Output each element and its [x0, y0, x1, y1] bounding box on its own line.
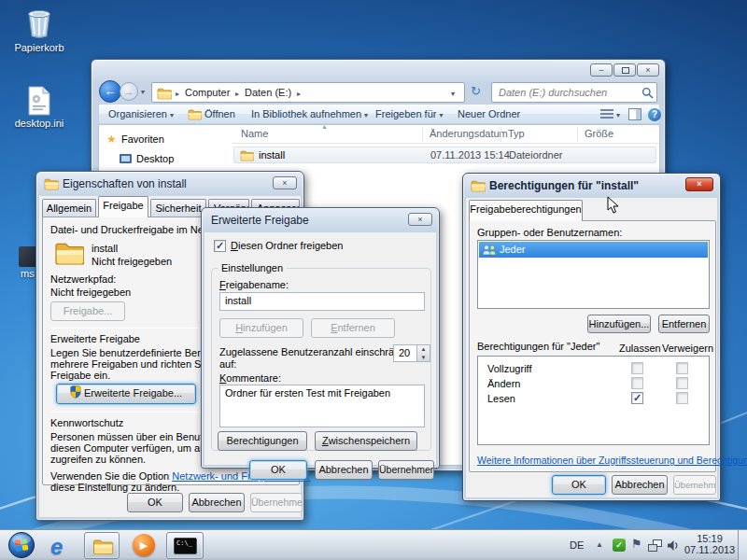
close-button[interactable]: × [408, 213, 432, 226]
column-header-date[interactable]: Änderungsdatum [430, 128, 508, 139]
views-dropdown-icon[interactable]: ▾ [616, 111, 620, 119]
language-indicator[interactable]: DE [570, 539, 584, 551]
cmd-taskbar-button[interactable]: C:\_ [166, 532, 204, 559]
user-limit-spinner[interactable]: 20 [393, 344, 417, 362]
sidebar-item-favorites[interactable]: Favoriten [121, 133, 164, 145]
permissions-titlebar[interactable]: Berechtigungen für "install" × [463, 174, 720, 198]
tab-freigabeberechtigungen[interactable]: Freigabeberechtigungen [469, 200, 583, 221]
file-name[interactable]: install [259, 149, 285, 161]
network-icon[interactable] [648, 539, 662, 551]
action-center-flag-icon[interactable]: ⚑ [631, 537, 642, 551]
maximize-button[interactable] [613, 63, 636, 77]
aendern-allow-checkbox[interactable] [631, 377, 643, 389]
tab-freigabe[interactable]: Freigabe [98, 196, 148, 217]
column-header-type[interactable]: Typ [508, 128, 525, 139]
media-player-icon[interactable]: ▶ [133, 534, 155, 556]
open-button[interactable]: Öffnen [204, 108, 235, 119]
partial-desktop-icon[interactable] [19, 246, 37, 267]
list-item-jeder[interactable]: Jeder [479, 242, 708, 258]
views-icon[interactable] [600, 109, 613, 120]
tab-allgemein[interactable]: Allgemein [42, 199, 96, 217]
caching-button[interactable]: Zwischenspeichern [315, 431, 417, 451]
access-control-help-link[interactable]: Weitere Informationen über Zugriffssteue… [477, 455, 747, 466]
cancel-button[interactable]: Abbrechen [315, 460, 373, 480]
search-box[interactable]: Daten (E:) durchsuchen [491, 82, 657, 103]
recycle-bin-label[interactable]: Papierkorb [7, 42, 71, 53]
new-folder-button[interactable]: Neuer Ordner [458, 108, 520, 119]
permissions-button[interactable]: Berechtigungen [218, 431, 307, 451]
share-button[interactable]: Freigabe... [50, 301, 125, 321]
security-status-icon[interactable]: ✓ [613, 539, 626, 552]
column-divider[interactable] [500, 127, 501, 142]
internet-explorer-icon[interactable]: e [50, 534, 75, 558]
spinner-buttons[interactable]: ▲▼ [417, 344, 430, 362]
share-this-folder-checkbox[interactable] [214, 240, 226, 252]
start-button[interactable] [7, 531, 35, 559]
breadcrumb-drive[interactable]: Daten (E:) [245, 87, 291, 98]
sidebar-item-desktop[interactable]: Desktop [136, 153, 174, 164]
column-header-size[interactable]: Größe [585, 128, 613, 139]
speaker-icon[interactable] [667, 539, 680, 551]
recycle-bin-icon[interactable] [22, 5, 56, 40]
vollzugriff-deny-checkbox[interactable] [676, 362, 688, 374]
preview-pane-icon[interactable] [628, 108, 641, 120]
remove-share-button[interactable]: Entfernen [311, 318, 395, 338]
address-dropdown-icon[interactable]: ▾ [451, 90, 455, 98]
remove-user-button[interactable]: Entfernen [658, 315, 710, 333]
lesen-allow-checkbox[interactable] [631, 392, 643, 404]
lesen-deny-checkbox[interactable] [676, 392, 688, 404]
add-user-button[interactable]: Hinzufügen... [587, 315, 651, 333]
column-divider[interactable] [422, 127, 423, 142]
column-divider[interactable] [577, 127, 578, 142]
cancel-button[interactable]: Abbrechen [612, 475, 668, 495]
ok-button[interactable]: OK [249, 460, 307, 480]
advanced-sharing-heading: Erweiterte Freigabe [50, 333, 140, 344]
close-button[interactable]: × [273, 176, 297, 189]
spinner-down-icon[interactable]: ▼ [421, 355, 427, 360]
tab-sicherheit[interactable]: Sicherheit [150, 199, 206, 217]
refresh-icon[interactable]: ↻ [471, 84, 481, 98]
close-icon: × [697, 179, 701, 189]
ok-button[interactable]: OK [127, 493, 183, 512]
breadcrumb-computer[interactable]: Computer [185, 87, 230, 98]
column-header-name[interactable]: Name [241, 128, 268, 139]
add-share-button[interactable]: Hinzufügen [219, 318, 303, 338]
forward-button[interactable]: → [120, 82, 138, 101]
desktop-ini-label[interactable]: desktop.ini [7, 118, 71, 129]
share-button[interactable]: Freigeben für ▾ [375, 108, 444, 119]
properties-titlebar[interactable]: Eigenschaften von install × [36, 172, 303, 196]
explorer-taskbar-button[interactable] [84, 532, 120, 559]
show-hidden-icons-button[interactable]: ▲ [596, 540, 603, 549]
desktop-monitor-icon [120, 154, 132, 163]
group-user-listbox[interactable]: Jeder [477, 240, 710, 309]
close-button[interactable]: × [685, 177, 713, 191]
explorer-titlebar[interactable]: – × [92, 60, 665, 84]
clock[interactable]: 15:19 07.11.2013 [684, 533, 735, 555]
comments-textarea[interactable]: Ordner für ersten Test mit Freigaben [219, 385, 425, 427]
aendern-deny-checkbox[interactable] [676, 377, 688, 389]
advanced-sharing-titlebar[interactable]: Erweiterte Freigabe × [202, 208, 439, 232]
library-button[interactable]: In Bibliothek aufnehmen ▾ [251, 108, 368, 119]
vollzugriff-allow-checkbox[interactable] [631, 362, 643, 374]
share-name-input[interactable]: install [219, 292, 425, 311]
spinner-up-icon[interactable]: ▲ [421, 346, 427, 352]
search-icon[interactable] [641, 87, 654, 99]
apply-button[interactable]: Übernehmen [250, 493, 303, 512]
apply-button[interactable]: Übernehmen [673, 475, 716, 495]
cancel-button[interactable]: Abbrechen [189, 493, 245, 512]
minimize-button[interactable]: – [590, 63, 613, 77]
show-desktop-button[interactable] [738, 530, 747, 560]
apply-button[interactable]: Übernehmen [378, 460, 434, 480]
folder-icon [471, 179, 486, 192]
share-this-folder-label[interactable]: Diesen Ordner freigeben [231, 240, 343, 251]
file-row-install[interactable]: install 07.11.2013 15:14 Dateiordner [233, 147, 656, 163]
recent-pages-icon[interactable]: ▾ [141, 88, 145, 96]
back-button[interactable]: ← [99, 80, 121, 103]
help-icon[interactable]: ? [648, 108, 661, 121]
advanced-sharing-button[interactable]: Erweiterte Freigabe... [56, 384, 196, 404]
close-button[interactable]: × [637, 63, 659, 77]
desktop-ini-icon[interactable] [27, 86, 51, 116]
address-bar[interactable]: ▸ Computer ▸ Daten (E:) ▸ ▾ [151, 82, 465, 103]
organize-button[interactable]: Organisieren ▾ [108, 108, 174, 119]
ok-button[interactable]: OK [552, 475, 606, 495]
